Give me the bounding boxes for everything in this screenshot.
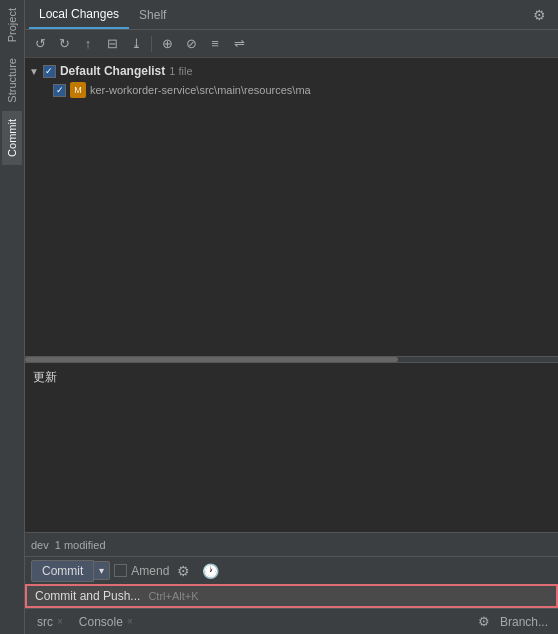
action-row: Commit ▾ Amend ⚙ 🕐 [25, 556, 558, 584]
main-panel: Local Changes Shelf ⚙ ↺ ↻ ↑ ⊟ ⤓ ⊕ ⊘ ≡ ⇌ … [25, 0, 558, 634]
commit-message-text: 更新 [25, 363, 558, 532]
commit-push-shortcut: Ctrl+Alt+K [148, 590, 198, 602]
group-button[interactable]: ≡ [204, 33, 226, 55]
toolbar-separator-1 [151, 36, 152, 52]
commit-history-icon[interactable]: 🕐 [198, 561, 223, 581]
diff-button[interactable]: ⊕ [156, 33, 178, 55]
bottom-settings-icon[interactable]: ⚙ [474, 614, 494, 629]
tab-console[interactable]: Console × [71, 611, 141, 633]
commit-and-push-row[interactable]: Commit and Push... Ctrl+Alt+K [25, 584, 558, 608]
update-button[interactable]: ⤓ [125, 33, 147, 55]
amend-checkbox[interactable] [114, 564, 127, 577]
modified-count[interactable]: 1 modified [55, 539, 106, 551]
commit-push-label: Commit and Push... [35, 589, 140, 603]
tab-bar: Local Changes Shelf ⚙ [25, 0, 558, 30]
amend-label: Amend [114, 564, 169, 578]
left-sidebar: Project Structure Commit [0, 0, 25, 634]
tab-src[interactable]: src × [29, 611, 71, 633]
sidebar-item-commit[interactable]: Commit [2, 111, 22, 165]
move-button[interactable]: ↑ [77, 33, 99, 55]
view-button[interactable]: ⊘ [180, 33, 202, 55]
expand-arrow: ▼ [29, 66, 39, 77]
bottom-branch-label[interactable]: Branch... [494, 615, 554, 629]
changelist-name: Default Changelist [60, 64, 165, 78]
branch-name[interactable]: dev [31, 539, 49, 551]
tab-src-close[interactable]: × [57, 616, 63, 627]
tab-shelf[interactable]: Shelf [129, 0, 176, 29]
toolbar: ↺ ↻ ↑ ⊟ ⤓ ⊕ ⊘ ≡ ⇌ [25, 30, 558, 58]
bottom-tab-bar: src × Console × ⚙ Branch... [25, 608, 558, 634]
settings-icon[interactable]: ⚙ [525, 3, 554, 27]
sidebar-item-project[interactable]: Project [2, 0, 22, 50]
commit-area: 更新 [25, 362, 558, 532]
commit-dropdown-button[interactable]: ▾ [94, 561, 110, 580]
amend-text: Amend [131, 564, 169, 578]
file-checkbox[interactable] [53, 84, 66, 97]
changelist-button[interactable]: ⊟ [101, 33, 123, 55]
file-item[interactable]: M ker-workorder-service\src\main\resourc… [25, 80, 558, 100]
status-bar: dev 1 modified [25, 532, 558, 556]
sidebar-item-structure[interactable]: Structure [2, 50, 22, 111]
commit-settings-icon[interactable]: ⚙ [173, 561, 194, 581]
file-type-icon: M [70, 82, 86, 98]
tab-local-changes[interactable]: Local Changes [29, 0, 129, 29]
changelist-header[interactable]: ▼ Default Changelist 1 file [25, 62, 558, 80]
file-path: ker-workorder-service\src\main\resources… [90, 84, 311, 96]
file-tree: ▼ Default Changelist 1 file M ker-workor… [25, 58, 558, 356]
changelist-count: 1 file [169, 65, 192, 77]
refresh-button[interactable]: ↺ [29, 33, 51, 55]
changelist-checkbox[interactable] [43, 65, 56, 78]
undo-button[interactable]: ↻ [53, 33, 75, 55]
expand-button[interactable]: ⇌ [228, 33, 250, 55]
commit-button[interactable]: Commit [31, 560, 94, 582]
commit-button-group: Commit ▾ [31, 560, 110, 582]
tab-console-close[interactable]: × [127, 616, 133, 627]
